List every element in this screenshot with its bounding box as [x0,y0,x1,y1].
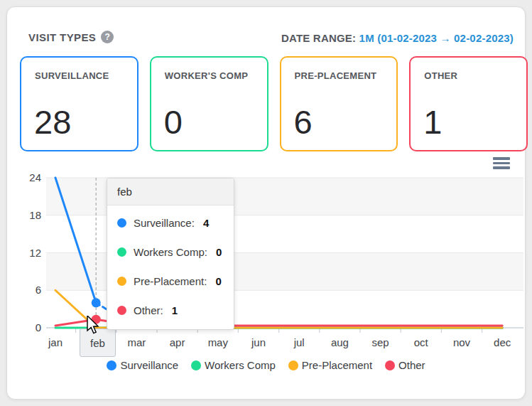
tooltip-series-value: 1 [172,304,178,316]
legend-item-other[interactable]: Other [385,359,425,371]
x-axis-label: jun [251,336,266,348]
tooltip-row: Workers Comp:0 [107,237,234,267]
card-label: SURVEILLANCE [35,69,127,83]
crosshair-month-text: feb [90,337,105,349]
tooltip-series-label: Pre-Placement: [134,275,207,287]
x-axis-label: sep [372,336,389,348]
y-axis-label: 24 [29,171,41,183]
y-axis-label: 6 [36,284,41,296]
tooltip-series-label: Surveillance: [134,217,195,229]
legend-label: Workers Comp [205,359,276,371]
chart-legend: SurveillanceWorkers CompPre-PlacementOth… [0,359,532,371]
card-workers-comp[interactable]: WORKER'S COMP 0 [150,56,268,151]
card-value: 1 [423,105,442,139]
x-axis-label: mar [127,336,146,348]
series-dot-icon [117,247,126,257]
tooltip-body: Surveillance:4Workers Comp:0Pre-Placemen… [107,205,234,329]
legend-item-pre-placement[interactable]: Pre-Placement [288,359,372,371]
tooltip-title: feb [107,178,234,205]
legend-dot-icon [385,360,395,370]
tooltip-series-value: 0 [215,275,221,287]
legend-label: Pre-Placement [302,359,372,371]
x-axis-label: dec [494,336,511,348]
y-axis-label: 0 [36,321,41,333]
card-label: OTHER [424,69,516,83]
page-title-text: VISIT TYPES [28,31,96,43]
card-other[interactable]: OTHER 1 [409,56,528,151]
date-range: DATE RANGE: 1M (01-02-2023 → 02-02-2023) [281,32,514,44]
y-axis-label: 12 [29,247,41,259]
legend-dot-icon [107,360,116,370]
question-mark-icon[interactable]: ? [101,31,114,43]
tooltip-row: Other:1 [107,296,234,325]
page-title: VISIT TYPES ? [28,31,114,43]
tooltip-series-label: Other: [134,304,163,316]
stat-cards: SURVEILLANCE 28 WORKER'S COMP 0 PRE-PLAC… [20,56,528,151]
series-dot-icon [117,306,126,315]
mouse-pointer-icon [87,316,102,337]
legend-label: Other [398,359,425,371]
x-axis-label: jul [293,336,305,348]
x-axis-label: apr [170,336,185,348]
tooltip-series-label: Workers Comp: [134,246,207,258]
tooltip-row: Pre-Placement:0 [107,267,234,296]
x-axis-label: aug [331,336,349,348]
series-dot-icon [117,277,126,286]
x-axis-label: may [208,336,229,348]
card-value: 0 [164,105,183,139]
legend-label: Surveillance [120,359,178,371]
card-surveillance[interactable]: SURVEILLANCE 28 [20,56,139,151]
legend-item-workers-comp[interactable]: Workers Comp [191,359,276,371]
card-label: PRE-PLACEMENT [295,69,387,83]
card-value: 28 [34,105,71,139]
x-axis-label: oct [414,336,429,348]
tooltip-row: Surveillance:4 [107,208,234,237]
legend-dot-icon [191,360,201,370]
x-axis-label: jan [48,336,63,348]
legend-item-surveillance[interactable]: Surveillance [107,359,178,371]
x-axis-label: nov [453,336,471,348]
card-pre-placement[interactable]: PRE-PLACEMENT 6 [280,56,398,151]
chart-tooltip: feb Surveillance:4Workers Comp:0Pre-Plac… [107,178,234,330]
card-value: 6 [294,105,313,139]
date-range-value[interactable]: 1M (01-02-2023 → 02-02-2023) [359,32,514,44]
y-axis-label: 18 [29,209,41,221]
date-range-label: DATE RANGE: [281,32,356,44]
tooltip-series-value: 0 [216,246,222,258]
tooltip-series-value: 4 [203,217,209,229]
legend-dot-icon [288,360,298,370]
card-label: WORKER'S COMP [165,69,257,83]
series-dot-icon [117,218,126,228]
